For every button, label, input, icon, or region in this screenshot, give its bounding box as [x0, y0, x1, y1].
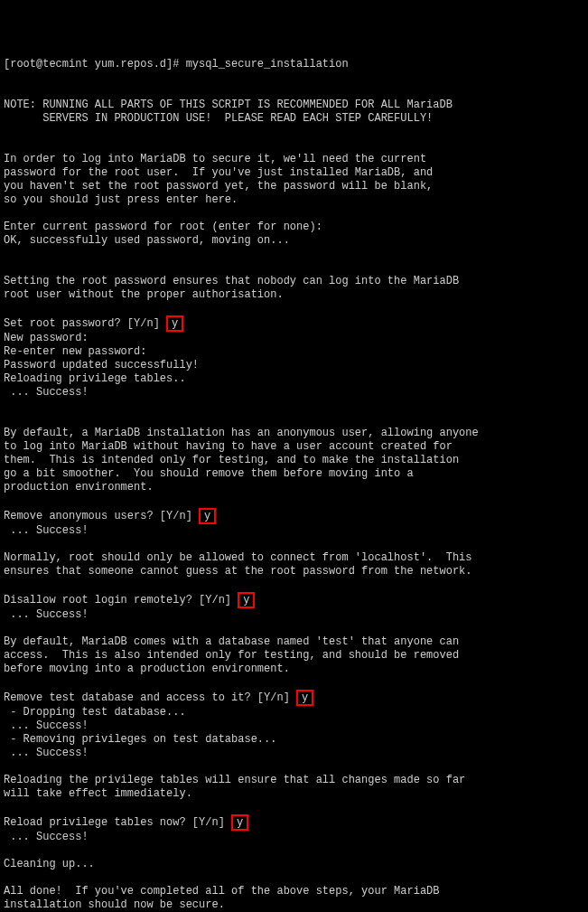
password-updated-text: Password updated successfully! [4, 359, 199, 371]
root-password-text: Setting the root password ensures that n… [4, 275, 459, 301]
success-text: ... Success! [4, 747, 89, 759]
alldone-text: All done! If you've completed all of the… [4, 885, 439, 911]
cleanup-text: Cleaning up... [4, 858, 95, 870]
success-text: ... Success! [4, 831, 89, 843]
success-text: ... Success! [4, 524, 89, 537]
new-password-prompt[interactable]: New password: [4, 332, 89, 344]
remove-anon-answer: y [199, 508, 216, 524]
set-root-answer: y [166, 315, 183, 332]
disallow-remote-answer: y [238, 592, 255, 608]
ok-password-text: OK, successfully used password, moving o… [4, 234, 290, 247]
remote-login-text: Normally, root should only be allowed to… [4, 551, 471, 578]
intro-text: In order to log into MariaDB to secure i… [4, 153, 433, 206]
test-db-text: By default, MariaDB comes with a databas… [4, 635, 459, 675]
reload-privilege-text: Reloading privilege tables.. [4, 372, 186, 385]
success-text: ... Success! [4, 719, 89, 732]
note-text: NOTE: RUNNING ALL PARTS OF THIS SCRIPT I… [4, 99, 453, 125]
remove-anon-question[interactable]: Remove anonymous users? [Y/n] [4, 510, 199, 522]
reload-tables-answer: y [231, 814, 248, 831]
remove-testdb-answer: y [296, 690, 313, 706]
reenter-password-prompt[interactable]: Re-enter new password: [4, 345, 146, 358]
success-text: ... Success! [4, 608, 89, 621]
set-root-question[interactable]: Set root password? [Y/n] [4, 317, 166, 330]
reload-tables-question[interactable]: Reload privilege tables now? [Y/n] [4, 816, 231, 829]
anonymous-users-text: By default, a MariaDB installation has a… [4, 427, 479, 494]
success-text: ... Success! [4, 386, 89, 399]
disallow-remote-question[interactable]: Disallow root login remotely? [Y/n] [4, 594, 238, 606]
drop-db-text: - Dropping test database... [4, 706, 186, 719]
enter-password-prompt[interactable]: Enter current password for root (enter f… [4, 221, 322, 233]
shell-prompt: [root@tecmint yum.repos.d]# [4, 58, 186, 71]
command-input[interactable]: mysql_secure_installation [186, 58, 349, 71]
remove-priv-text: - Removing privileges on test database..… [4, 733, 276, 746]
remove-testdb-question[interactable]: Remove test database and access to it? [… [4, 691, 296, 704]
reload-tables-text: Reloading the privilege tables will ensu… [4, 774, 465, 800]
